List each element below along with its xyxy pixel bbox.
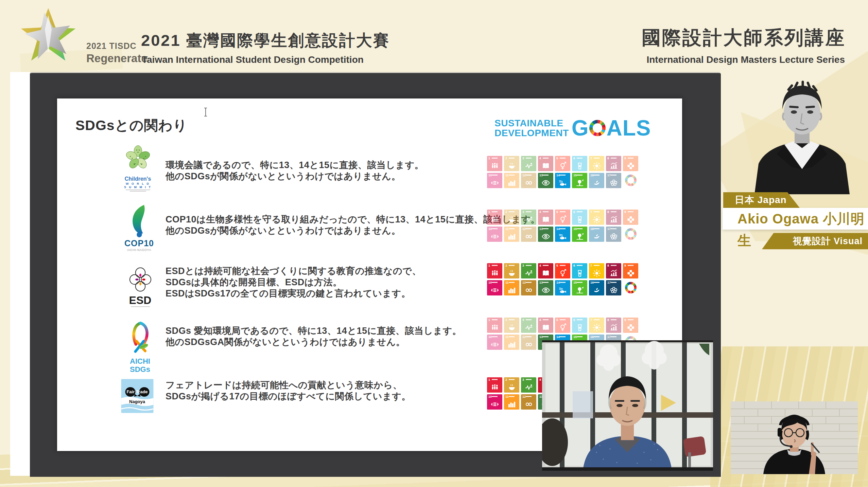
sdg-goal-5-icon: 5 [555, 263, 570, 278]
lecture-series-title-en: International Design Masters Lecture Ser… [646, 54, 845, 65]
tisdc-logo-text: 2021 TISDC Regenerate [86, 41, 147, 65]
aichi-ribbon-icon [127, 319, 153, 356]
sdg-grid-3: 1234567891011121314151617 [487, 263, 638, 295]
sdg-goal-2-icon: 2 [504, 156, 519, 171]
sdg-grid-2: 1234567891011121314151617 [487, 210, 638, 242]
sdg-goal-12-icon: 12 [521, 335, 536, 350]
sdg-goal-6-icon: 6 [572, 210, 587, 225]
sdg-goal-11-icon: 11 [504, 280, 519, 295]
sdg-goal-4-icon: 4 [538, 263, 553, 278]
sdg-goal-11-icon: 11 [504, 335, 519, 350]
text-line: ESDはSDGs17の全ての目標実現の鍵と言われています。 [166, 288, 421, 299]
sdg-grid-1: 1234567891011121314151617 [487, 156, 638, 188]
sdg-goal-16-icon: 16 [589, 227, 604, 242]
text-line: 他のSDGsGA関係がないとというわけではありません。 [166, 337, 462, 348]
sdg-goal-15-icon: 15 [572, 280, 587, 295]
sdg-goal-7-icon: 7 [589, 156, 604, 171]
sdg-goal-11-icon: 11 [504, 227, 519, 242]
sdg-goal-11-icon: 11 [504, 173, 519, 188]
sdg-goal-17-icon: 17 [606, 227, 621, 242]
sdg-goal-10-icon: 10 [487, 335, 502, 350]
children-summit-caption: Children's [118, 176, 157, 182]
sdg-goal-6-icon: 6 [572, 156, 587, 171]
speaker-webcam-video[interactable] [542, 340, 713, 471]
cop10-subcaption: AICHI-NAGOYA [120, 248, 159, 252]
goals-letter-g: G [572, 115, 589, 141]
country-badge: 日本 Japan [723, 192, 800, 208]
sdg-goal-6-icon: 6 [572, 263, 587, 278]
row-text-esd: ESDとは持続可能な社会づくりに関する教育の推進なので、 SDGsは具体的な開発… [166, 266, 421, 299]
speaker-portrait-photo [744, 78, 860, 194]
sdg-goal-3-icon: 3 [521, 318, 536, 333]
caption-fineprint-bar [126, 190, 150, 190]
sdg-goal-17-icon: 17 [606, 280, 621, 295]
sdg-goal-10-icon: 10 [487, 394, 502, 410]
sdg-goal-9-icon: 9 [623, 156, 638, 171]
cop10-leaf-icon [127, 204, 152, 238]
sdg-goal-10-icon: 10 [487, 173, 502, 188]
sdg-goal-16-icon: 16 [589, 173, 604, 188]
caption-fineprint-bar [131, 306, 150, 307]
children-summit-caption: S U M M I T [118, 185, 157, 189]
sdg-goal-14-icon: 14 [555, 173, 570, 188]
country-label: 日本 Japan [735, 195, 787, 205]
children-world-summit-logo: Children's W O R L D S U M M I T [118, 144, 157, 192]
children-summit-caption: W O R L D [118, 182, 157, 185]
event-title-zh: 2021 臺灣國際學生創意設計大賽 [141, 30, 390, 51]
sdg-goal-1-icon: 1 [487, 318, 502, 333]
goals-letters-als: ALS [606, 115, 651, 141]
sdg-color-wheel-icon [589, 120, 606, 136]
sdg-goal-1-icon: 1 [487, 156, 502, 171]
window-left-margin [10, 72, 30, 476]
sdg-goal-7-icon: 7 [589, 318, 604, 333]
sdg-goal-7-icon: 7 [589, 210, 604, 225]
speaker-role-badge: 視覺設計 Visual Design [762, 233, 868, 249]
tisdc-year: 2021 TISDC [86, 41, 147, 51]
interpreter-webcam-scene [731, 401, 858, 474]
text-line: COP10は生物多様性を守る取り組みだったので、特に13、14と15に直接、該当… [166, 214, 540, 225]
sdg-wheel-icon [623, 280, 638, 295]
event-header: 2021 TISDC Regenerate 2021 臺灣國際學生創意設計大賽 … [0, 0, 868, 72]
sdg-goal-3-icon: 3 [521, 210, 536, 225]
sdg-goal-8-icon: 8 [606, 318, 621, 333]
sdg-goal-12-icon: 12 [521, 173, 536, 188]
sdg-wheel-icon [623, 227, 638, 242]
sdg-goal-2-icon: 2 [504, 263, 519, 278]
sdg-logotype: SUSTAINABLE DEVELOPMENT G ALS [494, 115, 651, 141]
esd-circles-icon [126, 266, 155, 293]
speaker-webcam-scene [542, 340, 713, 471]
sdg-goals-word: G ALS [572, 115, 651, 141]
ibeam-cursor-icon [203, 107, 208, 117]
text-line: ESDとは持続可能な社会づくりに関する教育の推進なので、 [166, 266, 421, 277]
sdg-logo-line1: SUSTAINABLE [494, 118, 569, 128]
aichi-caption: SDGs [121, 365, 159, 374]
fair-trade-nagoya-logo: Fair Trade Nagoya [120, 379, 155, 414]
text-line: SDGs 愛知環境局であるので、特に13、14と15に直接、該当します。 [166, 325, 462, 337]
slide-title: SDGsとの関わり [75, 116, 188, 135]
sdg-goal-12-icon: 12 [521, 227, 536, 242]
sdg-goal-8-icon: 8 [606, 210, 621, 225]
sdg-goal-3-icon: 3 [521, 263, 536, 278]
sdg-goal-9-icon: 9 [623, 210, 638, 225]
sdg-goal-15-icon: 15 [572, 227, 587, 242]
nagoya-caption: Nagoya [129, 399, 145, 404]
sdg-goal-3-icon: 3 [521, 377, 536, 393]
sdg-goal-17-icon: 17 [606, 173, 621, 188]
sdg-goal-14-icon: 14 [555, 227, 570, 242]
esd-logo: ESD [122, 266, 158, 307]
fair-trade-icon: Fair Trade Nagoya [121, 379, 154, 413]
sdg-goal-4-icon: 4 [538, 318, 553, 333]
sdg-goal-10-icon: 10 [487, 227, 502, 242]
sdg-goal-9-icon: 9 [623, 263, 638, 278]
cop10-caption: COP10 [120, 239, 159, 248]
lecture-series-title-zh: 國際設計大師系列講座 [642, 25, 846, 51]
row-text-children: 環境会議であるので、特に13、14と15に直接、該当します。 他のSDGsが関係… [166, 160, 424, 182]
interpreter-webcam-video[interactable] [731, 401, 858, 474]
text-line: 環境会議であるので、特に13、14と15に直接、該当します。 [166, 160, 424, 171]
sdg-goal-12-icon: 12 [521, 280, 536, 295]
text-line: フェアトレードは持続可能性への貢献という意味から、 [166, 380, 411, 391]
sdg-goal-14-icon: 14 [555, 280, 570, 295]
sdg-goal-13-icon: 13 [538, 173, 553, 188]
tisdc-theme: Regenerate [86, 52, 147, 65]
row-text-fairtrade: フェアトレードは持続可能性への貢献という意味から、 SDGsが掲げる17の目標の… [166, 380, 411, 402]
